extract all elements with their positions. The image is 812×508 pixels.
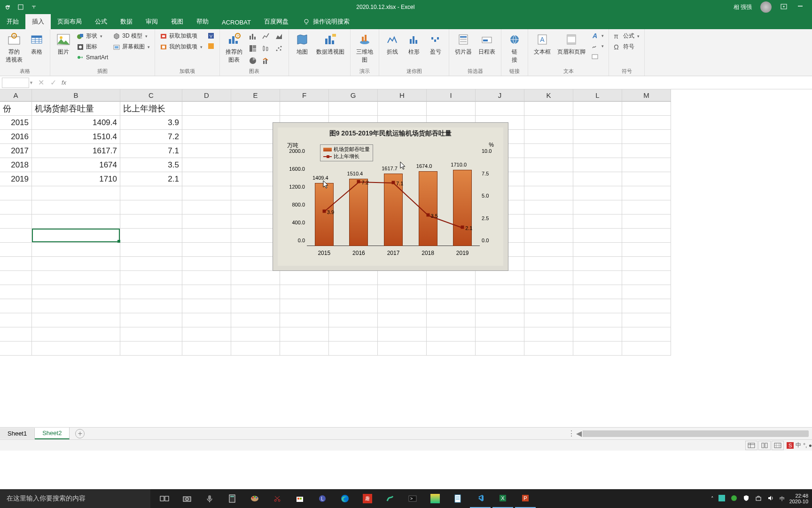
formula-input[interactable] xyxy=(70,78,812,88)
cell[interactable] xyxy=(0,299,32,313)
btn-get-addins[interactable]: 获取加载项 xyxy=(159,31,203,41)
cell[interactable] xyxy=(32,243,120,257)
cell[interactable] xyxy=(329,341,378,356)
tab-view[interactable]: 视图 xyxy=(164,14,190,29)
cell[interactable] xyxy=(622,116,671,130)
cell[interactable] xyxy=(182,158,231,172)
cell[interactable] xyxy=(182,186,231,200)
cell[interactable] xyxy=(182,102,231,116)
tell-me-text[interactable]: 操作说明搜索 xyxy=(313,17,350,26)
cell[interactable] xyxy=(622,172,671,186)
powerpoint-icon[interactable]: P xyxy=(515,489,536,508)
pycharm-icon[interactable] xyxy=(425,489,445,508)
cell[interactable] xyxy=(231,285,280,299)
cell[interactable] xyxy=(182,327,231,341)
cell[interactable] xyxy=(120,299,182,313)
cell[interactable] xyxy=(378,285,427,299)
btn-symbol[interactable]: Ω符号 xyxy=(613,42,640,52)
view-normal-icon[interactable] xyxy=(745,441,757,450)
cell[interactable] xyxy=(231,299,280,313)
cell[interactable] xyxy=(32,271,120,285)
btn-header-footer[interactable]: 页眉和页脚 xyxy=(555,31,587,57)
cell[interactable] xyxy=(622,130,671,144)
cell[interactable] xyxy=(0,257,32,271)
btn-3d-map[interactable]: 三维地 图 xyxy=(354,31,375,65)
cell[interactable] xyxy=(378,299,427,313)
cell[interactable]: 比上年增长 xyxy=(120,102,182,116)
btn-slicer[interactable]: 切片器 xyxy=(453,31,474,57)
cell[interactable] xyxy=(378,313,427,327)
cell[interactable] xyxy=(0,214,32,229)
cell[interactable] xyxy=(0,285,32,299)
column-header[interactable]: E xyxy=(231,89,280,102)
cell[interactable] xyxy=(573,214,622,229)
user-avatar[interactable] xyxy=(760,1,772,13)
cell[interactable] xyxy=(476,271,524,285)
cell[interactable] xyxy=(182,243,231,257)
edge-icon[interactable] xyxy=(335,489,355,508)
ime-lang[interactable]: 中 xyxy=(796,441,801,449)
cell[interactable]: 1674 xyxy=(32,158,120,172)
cell[interactable] xyxy=(622,186,671,200)
cell[interactable] xyxy=(120,243,182,257)
cell[interactable]: 2016 xyxy=(0,130,32,144)
fx-icon[interactable]: fx xyxy=(62,79,66,86)
scroll-left-icon[interactable]: ◀ xyxy=(576,429,582,438)
cell[interactable] xyxy=(524,102,573,116)
cell[interactable] xyxy=(476,299,524,313)
btn-pivot-recommended[interactable]: ?荐的 透视表 xyxy=(4,31,24,65)
btn-my-addins[interactable]: 我的加载项▾ xyxy=(159,42,203,52)
cell[interactable] xyxy=(32,200,120,214)
cell[interactable]: 2019 xyxy=(0,172,32,186)
excel-icon[interactable]: X xyxy=(492,489,513,508)
cell[interactable] xyxy=(476,341,524,356)
cell[interactable] xyxy=(622,271,671,285)
cell[interactable] xyxy=(231,271,280,285)
cell[interactable] xyxy=(573,229,622,243)
btn-pivot-chart[interactable]: 数据透视图 xyxy=(314,31,346,57)
tab-help[interactable]: 帮助 xyxy=(190,14,215,29)
cell[interactable] xyxy=(524,285,573,299)
cell[interactable] xyxy=(524,116,573,130)
cell[interactable]: 1710 xyxy=(32,172,120,186)
tab-acrobat[interactable]: ACROBAT xyxy=(215,16,258,29)
cell[interactable] xyxy=(622,327,671,341)
cell[interactable] xyxy=(329,271,378,285)
cell[interactable] xyxy=(573,271,622,285)
cell[interactable] xyxy=(182,130,231,144)
cell[interactable] xyxy=(120,257,182,271)
cell[interactable] xyxy=(524,158,573,172)
cell[interactable] xyxy=(427,327,476,341)
cell[interactable] xyxy=(0,313,32,327)
paint-icon[interactable] xyxy=(244,489,265,508)
cell[interactable] xyxy=(182,229,231,243)
cell[interactable] xyxy=(120,186,182,200)
cell[interactable] xyxy=(182,200,231,214)
cell[interactable] xyxy=(32,313,120,327)
cell[interactable]: 3.5 xyxy=(120,158,182,172)
column-header[interactable]: J xyxy=(476,89,524,102)
cell[interactable] xyxy=(427,102,476,116)
column-header[interactable]: L xyxy=(573,89,622,102)
cell[interactable] xyxy=(476,102,524,116)
new-sheet-button[interactable]: + xyxy=(75,429,85,438)
cell[interactable] xyxy=(524,271,573,285)
cell[interactable] xyxy=(32,257,120,271)
ime-icon[interactable]: 中 xyxy=(780,495,785,502)
cell[interactable] xyxy=(0,327,32,341)
network-icon[interactable] xyxy=(755,495,763,502)
tab-baidu[interactable]: 百度网盘 xyxy=(258,14,295,29)
cell[interactable] xyxy=(427,299,476,313)
store-icon[interactable] xyxy=(289,489,310,508)
teams-icon[interactable]: L xyxy=(312,489,333,508)
cell[interactable] xyxy=(573,257,622,271)
cell[interactable]: 1617.7 xyxy=(32,144,120,158)
view-page-break-icon[interactable] xyxy=(772,441,784,450)
column-header[interactable]: M xyxy=(622,89,671,102)
cmd-icon[interactable]: > xyxy=(402,489,423,508)
wechat-icon[interactable] xyxy=(731,495,738,502)
cell[interactable] xyxy=(524,341,573,356)
cell[interactable] xyxy=(378,271,427,285)
cell[interactable] xyxy=(622,243,671,257)
cell[interactable] xyxy=(378,102,427,116)
